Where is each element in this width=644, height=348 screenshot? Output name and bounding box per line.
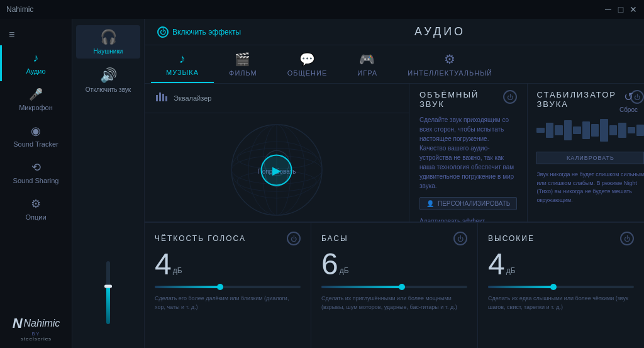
app-body: ≡ ♪ Аудио 🎤 Микрофон ◉ Sound Tracker ⟲ S…	[0, 19, 644, 348]
play-icon: ▶	[272, 163, 281, 177]
wave-bar-10	[618, 123, 626, 138]
enable-effects-button[interactable]: ⏻ Включить эффекты	[157, 26, 241, 38]
device-mute[interactable]: 🔊 Отключить звук	[76, 64, 140, 97]
maximize-button[interactable]: □	[616, 5, 625, 14]
svg-rect-2	[162, 94, 164, 101]
bass-toggle[interactable]: ⏻	[453, 232, 467, 245]
personalize-button[interactable]: 👤 ПЕРСОНАЛИЗИРОВАТЬ	[419, 197, 517, 210]
tab-game[interactable]: 🎮 ИГРА	[342, 45, 392, 83]
personalize-label: ПЕРСОНАЛИЗИРОВАТЬ	[438, 200, 510, 207]
try-button[interactable]: ▶	[261, 154, 292, 186]
sidebar-item-options[interactable]: ⚙ Опции	[0, 191, 72, 227]
spatial-desc: Сделайте звук приходящим со всех сторон,…	[419, 115, 517, 191]
volume-slider-container	[106, 261, 110, 324]
hamburger-menu[interactable]: ≡	[0, 24, 72, 45]
wave-bar-4	[564, 120, 572, 140]
audio-icon: ♪	[33, 52, 39, 65]
logo-steelseries: steelseries	[21, 336, 52, 342]
voice-clarity-fill	[155, 286, 220, 288]
headphones-label: Наушники	[94, 48, 123, 55]
voice-clarity-slider[interactable]	[155, 286, 301, 288]
svg-rect-1	[159, 93, 161, 101]
globe-container: ▶ Попробовать	[220, 113, 333, 222]
spatial-section: ▶ Попробовать	[145, 113, 409, 222]
treble-value: 4 дБ	[488, 249, 634, 279]
wave-bar-8	[600, 119, 608, 142]
spatial-title: ОБЪЁМНЫЙ ЗВУК	[419, 90, 503, 109]
left-panel: Эквалайзер	[145, 84, 409, 222]
reset-icon: ↺	[624, 90, 633, 104]
bass-desc: Сделать их приглушёнными или более мощны…	[321, 295, 467, 312]
sidebar-item-mic[interactable]: 🎤 Микрофон	[0, 81, 72, 118]
bass-title: БАСЫ	[321, 234, 348, 243]
voice-clarity-unit: дБ	[173, 267, 182, 274]
sidebar-mic-label: Микрофон	[19, 104, 53, 111]
voice-clarity-thumb	[217, 284, 223, 290]
app-name: Nahimic	[6, 5, 33, 14]
top-bar: ⏻ Включить эффекты АУДИО	[145, 19, 644, 45]
spatial-sub-desc: Адаптировать эффект пространственного зв…	[419, 216, 517, 222]
wave-bar-3	[555, 125, 562, 135]
wave-bar-2	[546, 123, 553, 138]
equalizer-icon	[155, 90, 167, 106]
person-icon: 👤	[426, 200, 434, 207]
sidebar-options-label: Опции	[25, 213, 46, 221]
film-tab-icon: 🎬	[235, 52, 251, 67]
spatial-power-toggle[interactable]: ⏻	[503, 90, 517, 104]
tab-music[interactable]: ♪ МУЗЫКА	[151, 45, 214, 83]
treble-unit: дБ	[506, 267, 516, 274]
page-title: АУДИО	[248, 25, 631, 38]
close-button[interactable]: ✕	[629, 5, 638, 14]
logo-by: BY	[32, 332, 40, 336]
sidebar-item-sound-tracker[interactable]: ◉ Sound Tracker	[0, 118, 72, 154]
sharing-icon: ⟲	[31, 160, 41, 174]
tab-chat[interactable]: 💬 ОБЩЕНИЕ	[272, 45, 343, 83]
logo-n: N	[13, 315, 23, 332]
treble-title: ВЫСОКИЕ	[488, 234, 535, 243]
bass-unit: дБ	[340, 267, 349, 274]
wave-bar-11	[628, 127, 635, 133]
wave-bar-12	[636, 125, 644, 136]
voice-clarity-section: ЧЁТКОСТЬ ГОЛОСА ⏻ 4 дБ Сделать его более…	[145, 223, 311, 348]
mic-icon: 🎤	[29, 87, 43, 101]
intel-tab-label: ИНТЕЛЛЕКТУАЛЬНЫЙ	[408, 69, 492, 77]
equalizer-label: Эквалайзер	[174, 94, 211, 102]
sidebar-item-audio[interactable]: ♪ Аудио	[0, 45, 72, 81]
sidebar-audio-label: Аудио	[26, 67, 45, 75]
mute-label: Отключить звук	[86, 86, 131, 93]
calibrate-button[interactable]: КАЛИБРОВАТЬ	[536, 152, 644, 164]
wave-bar-7	[591, 124, 599, 137]
sidebar: ≡ ♪ Аудио 🎤 Микрофон ◉ Sound Tracker ⟲ S…	[0, 19, 72, 348]
wave-bar-5	[573, 126, 580, 134]
voice-clarity-desc: Сделать его более далёким или близким (д…	[155, 295, 301, 312]
wave-bar-1	[536, 128, 544, 133]
music-tab-label: МУЗЫКА	[166, 69, 199, 76]
volume-thumb	[104, 285, 112, 288]
svg-rect-3	[165, 96, 167, 101]
volume-fill	[106, 286, 110, 324]
minimize-button[interactable]: ─	[604, 5, 613, 14]
content-area: ↺ Сброс	[145, 84, 644, 348]
bass-slider[interactable]	[321, 286, 467, 288]
device-headphones[interactable]: 🎧 Наушники	[76, 25, 140, 59]
treble-toggle[interactable]: ⏻	[620, 232, 634, 245]
wave-bar-9	[609, 125, 617, 135]
tab-film[interactable]: 🎬 ФИЛЬМ	[214, 45, 272, 83]
sidebar-sharing-label: Sound Sharing	[13, 177, 59, 184]
chat-tab-icon: 💬	[299, 52, 316, 67]
reset-button[interactable]: ↺ Сброс	[619, 90, 638, 113]
bass-header: БАСЫ ⏻	[321, 232, 467, 245]
volume-slider[interactable]	[106, 261, 110, 324]
voice-clarity-toggle[interactable]: ⏻	[287, 232, 301, 245]
voice-clarity-title: ЧЁТКОСТЬ ГОЛОСА	[155, 234, 246, 243]
treble-slider[interactable]	[488, 286, 634, 288]
bottom-panels: ЧЁТКОСТЬ ГОЛОСА ⏻ 4 дБ Сделать его более…	[145, 222, 644, 348]
treble-section: ВЫСОКИЕ ⏻ 4 дБ Сделать их едва слышными …	[478, 223, 644, 348]
treble-header: ВЫСОКИЕ ⏻	[488, 232, 634, 245]
main-content: ⏻ Включить эффекты АУДИО ♪ МУЗЫКА 🎬 ФИЛЬ…	[145, 19, 644, 348]
tab-intel[interactable]: ⚙ ИНТЕЛЛЕКТУАЛЬНЫЙ	[392, 45, 508, 83]
sidebar-item-sound-sharing[interactable]: ⟲ Sound Sharing	[0, 154, 72, 191]
sidebar-tracker-label: Sound Tracker	[13, 140, 58, 148]
wave-bar-6	[582, 121, 590, 139]
svg-rect-0	[156, 95, 158, 101]
